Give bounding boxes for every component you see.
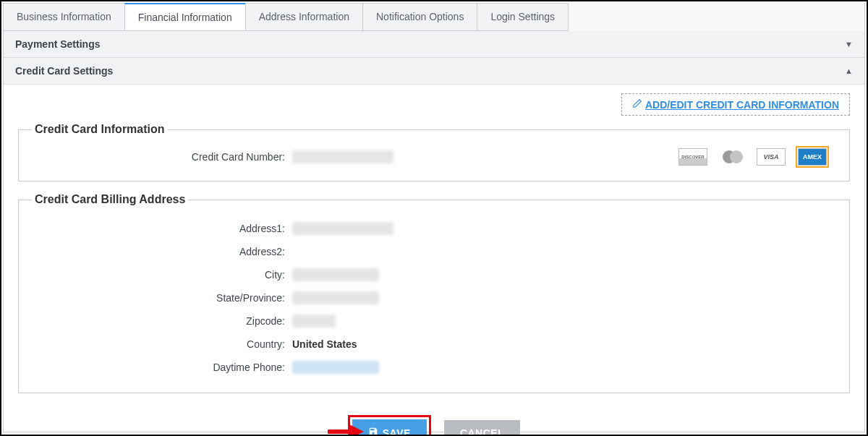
country-value: United States [292,338,357,350]
tab-business-information[interactable]: Business Information [3,3,124,31]
cancel-button[interactable]: CANCEL [444,420,520,437]
accordion-payment-settings-label: Payment Settings [15,38,100,50]
add-edit-credit-card-label: ADD/EDIT CREDIT CARD INFORMATION [645,99,839,111]
daytime-phone-value [292,361,379,374]
city-value [292,268,379,281]
credit-card-information-group: Credit Card Information Credit Card Numb… [18,123,850,181]
accordion-credit-card-settings-label: Credit Card Settings [15,65,113,77]
daytime-phone-label: Daytime Phone: [32,362,292,373]
svg-point-1 [730,150,743,163]
chevron-down-icon: ▼ [845,40,853,48]
address1-label: Address1: [32,223,292,234]
credit-card-information-legend: Credit Card Information [32,123,168,136]
address1-value [292,222,393,235]
credit-card-number-value [292,150,393,163]
add-edit-credit-card-link[interactable]: ADD/EDIT CREDIT CARD INFORMATION [621,93,850,116]
save-button-label: SAVE [383,427,411,437]
tab-notification-options[interactable]: Notification Options [362,3,477,31]
state-label: State/Province: [32,292,292,304]
tab-address-information[interactable]: Address Information [245,3,362,31]
address2-label: Address2: [32,246,292,257]
credit-card-billing-address-legend: Credit Card Billing Address [32,193,188,206]
highlight-arrow-icon [328,421,365,437]
save-icon [368,427,378,436]
mastercard-icon [718,148,746,166]
zipcode-value [292,315,336,328]
state-value [292,291,379,304]
chevron-up-icon: ▲ [845,67,853,75]
accordion-credit-card-settings[interactable]: Credit Card Settings ▲ [4,58,864,85]
country-label: Country: [32,338,292,350]
accordion-payment-settings[interactable]: Payment Settings ▼ [4,31,864,58]
action-buttons-row: SAVE CANCEL [18,405,850,436]
city-label: City: [32,269,292,281]
tab-financial-information[interactable]: Financial Information [124,3,245,31]
amex-card-icon: AMEX [798,148,827,166]
visa-card-icon: VISA [757,148,786,166]
tab-bar: Business Information Financial Informati… [3,3,865,31]
card-brand-icons: DISCOVER VISA AMEX [678,146,836,168]
zipcode-label: Zipcode: [32,315,292,327]
discover-card-icon: DISCOVER [678,148,707,166]
amex-card-selected: AMEX [796,146,829,168]
tab-login-settings[interactable]: Login Settings [477,3,569,31]
edit-icon [632,98,642,111]
credit-card-number-label: Credit Card Number: [32,151,292,163]
cancel-button-label: CANCEL [460,427,504,437]
credit-card-billing-address-group: Credit Card Billing Address Address1: Ad… [18,193,850,393]
